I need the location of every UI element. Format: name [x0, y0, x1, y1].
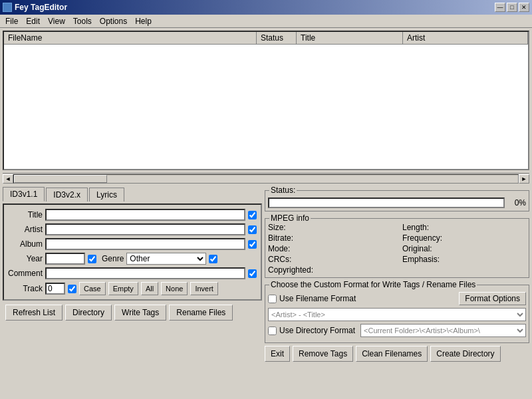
crcs-value: [344, 255, 397, 264]
invert-button[interactable]: Invert: [190, 282, 218, 295]
exit-button[interactable]: Exit: [265, 346, 290, 362]
original-label: Original:: [402, 244, 468, 253]
tab-lyrics[interactable]: Lyrics: [89, 188, 124, 201]
size-value: [344, 223, 397, 232]
track-row: Track Case Empty All None Invert: [8, 282, 257, 295]
size-label: Size:: [268, 223, 339, 232]
status-group: Status: 0%: [265, 190, 529, 211]
year-label: Year: [8, 254, 43, 263]
directory-format-select[interactable]: <Current Folder>\<Artist>\<Album>\: [360, 324, 526, 337]
remove-tags-button[interactable]: Remove Tags: [293, 346, 353, 362]
track-checkbox[interactable]: [68, 285, 76, 293]
file-table-body[interactable]: [4, 45, 528, 166]
maximize-button[interactable]: □: [507, 3, 517, 12]
menu-tools[interactable]: Tools: [69, 15, 96, 27]
album-label: Album: [8, 239, 43, 249]
mpeg-group: MPEG info Size: Length: Bitrate: Frequen…: [265, 218, 529, 278]
close-button[interactable]: ✕: [519, 3, 529, 12]
tag-panel: ID3v1.1 ID3v2.x Lyrics Title Artist Albu…: [3, 186, 262, 362]
custom-format-label: Choose the Custom Format for Write Tags …: [269, 280, 477, 289]
menu-bar: File Edit View Tools Options Help: [0, 15, 532, 28]
use-directory-checkbox[interactable]: [268, 327, 277, 335]
minimize-button[interactable]: —: [495, 3, 505, 12]
hscroll-right-btn[interactable]: ►: [519, 174, 529, 184]
status-group-label: Status:: [269, 186, 297, 195]
emphasis-label: Emphasis:: [402, 255, 468, 264]
artist-label: Artist: [8, 225, 43, 234]
title-row: Title: [8, 209, 257, 221]
col-header-status[interactable]: Status: [257, 32, 297, 44]
app-title: Fey TagEditor: [15, 3, 67, 12]
frequency-value: [473, 233, 526, 243]
use-directory-label: Use Directory Format: [279, 326, 355, 335]
case-button[interactable]: Case: [79, 282, 106, 295]
mode-label: Mode:: [268, 244, 339, 253]
directory-button[interactable]: Directory: [65, 305, 112, 321]
col-header-title[interactable]: Title: [297, 32, 403, 44]
frequency-label: Frequency:: [402, 233, 468, 243]
album-checkbox[interactable]: [248, 240, 257, 249]
use-filename-label: Use Filename Format: [279, 294, 356, 303]
original-value: [473, 244, 526, 253]
menu-edit[interactable]: Edit: [22, 15, 44, 27]
bottom-tag-buttons: Refresh List Directory Write Tags Rename…: [5, 305, 259, 321]
artist-input[interactable]: [45, 223, 245, 235]
custom-format-group: Choose the Custom Format for Write Tags …: [265, 285, 529, 343]
hscroll-track[interactable]: [13, 174, 519, 184]
track-input[interactable]: [45, 283, 65, 295]
length-label: Length:: [402, 223, 468, 232]
use-filename-row: Use Filename Format Format Options: [268, 292, 526, 305]
write-tags-button[interactable]: Write Tags: [114, 305, 166, 321]
menu-file[interactable]: File: [1, 15, 22, 27]
rename-files-button[interactable]: Rename Files: [169, 305, 233, 321]
artist-checkbox[interactable]: [248, 225, 257, 234]
empty-button[interactable]: Empty: [108, 282, 138, 295]
tab-id3v2x[interactable]: ID3v2.x: [46, 188, 88, 201]
col-header-artist[interactable]: Artist: [403, 32, 528, 44]
genre-select[interactable]: Other Rock Pop Jazz Classical: [126, 253, 206, 265]
right-bottom-buttons: Exit Remove Tags Clean Filenames Create …: [265, 346, 529, 362]
comment-input[interactable]: [45, 267, 245, 279]
track-label: Track: [8, 284, 43, 293]
title-bar: Fey TagEditor — □ ✕: [0, 0, 532, 15]
copyrighted-value: [344, 265, 397, 275]
use-filename-checkbox[interactable]: [268, 295, 277, 303]
emphasis-value: [473, 255, 526, 264]
title-checkbox[interactable]: [248, 211, 257, 219]
album-input[interactable]: [45, 238, 245, 250]
file-table-header: FileName Status Title Artist: [4, 32, 528, 45]
col-header-filename[interactable]: FileName: [4, 32, 257, 44]
comment-label: Comment: [8, 269, 43, 278]
genre-label: Genre: [102, 254, 124, 263]
bottom-panel: ID3v1.1 ID3v2.x Lyrics Title Artist Albu…: [3, 186, 529, 362]
year-checkbox[interactable]: [88, 255, 96, 263]
crcs-label: CRCs:: [268, 255, 339, 264]
menu-help[interactable]: Help: [131, 15, 156, 27]
create-directory-button[interactable]: Create Directory: [430, 346, 500, 362]
comment-row: Comment: [8, 267, 257, 279]
menu-options[interactable]: Options: [96, 15, 131, 27]
comment-checkbox[interactable]: [248, 269, 257, 278]
album-row: Album: [8, 238, 257, 250]
menu-view[interactable]: View: [44, 15, 69, 27]
artist-row: Artist: [8, 223, 257, 235]
year-input[interactable]: [45, 253, 85, 265]
refresh-list-button[interactable]: Refresh List: [5, 305, 63, 321]
title-label: Title: [8, 210, 43, 219]
year-genre-row: Year Genre Other Rock Pop Jazz Classical: [8, 253, 257, 265]
filename-format-select[interactable]: <Artist> - <Title>: [268, 308, 526, 321]
right-panel: Status: 0% MPEG info Size: Length: Bitra…: [265, 186, 529, 362]
tag-form: Title Artist Album Year Genre: [3, 203, 262, 301]
tab-id3v11[interactable]: ID3v1.1: [3, 187, 45, 201]
status-bar-row: 0%: [268, 198, 526, 208]
length-value: [473, 223, 526, 232]
title-input[interactable]: [45, 209, 245, 221]
genre-checkbox[interactable]: [209, 255, 217, 263]
filename-format-row: <Artist> - <Title>: [268, 308, 526, 321]
hscroll-thumb[interactable]: [14, 175, 107, 183]
all-button[interactable]: All: [141, 282, 158, 295]
clean-filenames-button[interactable]: Clean Filenames: [356, 346, 428, 362]
format-options-button[interactable]: Format Options: [459, 292, 526, 305]
hscroll-left-btn[interactable]: ◄: [3, 174, 13, 184]
none-button[interactable]: None: [161, 282, 188, 295]
